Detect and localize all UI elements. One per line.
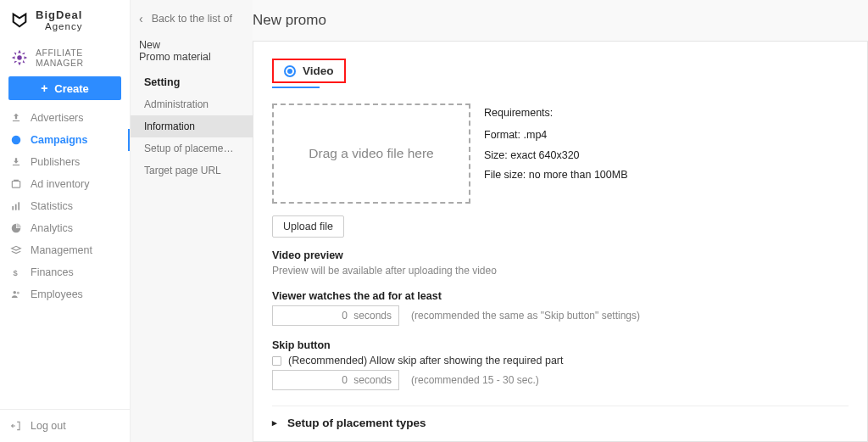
sidebar-item-statistics[interactable]: Statistics	[0, 195, 130, 217]
inventory-icon	[10, 178, 22, 190]
page-title: New promo	[253, 0, 868, 41]
caret-right-icon: ▸	[272, 417, 277, 428]
svg-text:$: $	[14, 269, 19, 277]
svg-rect-4	[13, 165, 19, 165]
plus-icon: +	[41, 81, 47, 95]
skip-checkbox[interactable]	[272, 356, 281, 366]
nav-label: Statistics	[31, 200, 73, 212]
nav-label: Advertisers	[31, 112, 84, 124]
back-button[interactable]: ‹ Back to the list of	[131, 7, 253, 36]
svg-rect-6	[12, 206, 14, 210]
watch-label: Viewer watches the ad for at least	[272, 290, 849, 302]
nav-label: Publishers	[31, 156, 80, 168]
svg-point-3	[14, 138, 18, 142]
svg-rect-5	[12, 182, 19, 188]
nav-label: Campaigns	[31, 134, 87, 146]
sidebar-item-employees[interactable]: Employees	[0, 283, 130, 305]
role-label: AFFILIATE MANAGER	[36, 48, 120, 68]
users-icon	[10, 288, 22, 300]
tab-label: Video	[303, 64, 334, 77]
skip-value: 0	[342, 374, 348, 386]
requirements-head: Requirements:	[484, 104, 628, 124]
svg-rect-8	[18, 202, 19, 210]
skip-seconds-input[interactable]: 0 seconds	[272, 370, 399, 390]
skip-unit: seconds	[353, 374, 392, 386]
nav-label: Employees	[31, 288, 83, 300]
layers-icon	[10, 244, 22, 256]
tab-underline	[272, 87, 320, 88]
accordion-setup-placement[interactable]: ▸ Setup of placement types	[272, 417, 849, 429]
brand-line2: Agency	[36, 21, 82, 32]
role-row: AFFILIATE MANAGER	[0, 41, 130, 76]
video-preview-hint: Preview will be available after uploadin…	[272, 265, 849, 277]
nav-label: Finances	[31, 266, 74, 278]
accordion-label: Setup of placement types	[287, 417, 426, 429]
sidebar-item-ad-inventory[interactable]: Ad inventory	[0, 173, 130, 195]
upload-icon	[10, 112, 22, 124]
watch-hint: (recommended the same as "Skip button" s…	[411, 310, 640, 322]
skip-checkbox-label: (Recommended) Allow skip after showing t…	[288, 355, 563, 366]
nav-label: Analytics	[31, 222, 73, 234]
sidebar-item-finances[interactable]: $ Finances	[0, 261, 130, 283]
svg-point-11	[17, 292, 19, 294]
panel-item-setup-placement[interactable]: Setup of placement t...	[131, 137, 253, 159]
dropzone-label: Drag a video file here	[309, 146, 433, 161]
create-button[interactable]: + Create	[8, 76, 121, 100]
sidebar-item-advertisers[interactable]: Advertisers	[0, 107, 130, 129]
sidebar-item-analytics[interactable]: Analytics	[0, 217, 130, 239]
svg-point-0	[17, 55, 22, 60]
panel-item-target-url[interactable]: Target page URL	[131, 159, 253, 182]
tab-video[interactable]: Video	[272, 59, 346, 83]
requirements-block: Requirements: Format: .mp4 Size: exact 6…	[484, 104, 628, 186]
requirement-line: File size: no more than 100MB	[484, 165, 628, 186]
watch-seconds-input[interactable]: 0 seconds	[272, 305, 399, 326]
download-icon	[10, 156, 22, 168]
requirement-line: Format: .mp4	[484, 126, 628, 146]
sidebar-item-publishers[interactable]: Publishers	[0, 151, 130, 173]
sidebar-item-campaigns[interactable]: Campaigns	[0, 129, 130, 151]
skip-hint: (recommended 15 - 30 sec.)	[411, 374, 539, 386]
back-label: Back to the list of	[152, 13, 232, 25]
nav-label: Management	[31, 244, 92, 256]
logout-button[interactable]: Log out	[0, 410, 130, 442]
video-preview-label: Video preview	[272, 249, 849, 261]
brand-line1: BigDeal	[36, 9, 82, 21]
panel-item-administration[interactable]: Administration	[131, 93, 253, 115]
nav-label: Ad inventory	[31, 178, 89, 190]
panel-title-line1: New	[131, 36, 253, 51]
watch-unit: seconds	[353, 310, 392, 322]
chevron-left-icon: ‹	[139, 12, 143, 25]
divider	[272, 406, 849, 406]
requirement-line: Size: exact 640x320	[484, 146, 628, 166]
video-dropzone[interactable]: Drag a video file here	[272, 104, 470, 204]
brand: BigDeal Agency	[0, 0, 130, 41]
role-avatar-icon	[10, 48, 29, 67]
skip-label: Skip button	[272, 339, 849, 351]
panel-title-line2: Promo material	[131, 51, 253, 71]
brand-logo-icon	[10, 11, 29, 30]
panel-section-head: Setting	[131, 71, 253, 93]
create-label: Create	[54, 82, 88, 95]
svg-point-10	[14, 291, 17, 294]
panel-item-information[interactable]: Information	[131, 115, 253, 137]
sidebar-item-management[interactable]: Management	[0, 239, 130, 261]
logout-label: Log out	[31, 420, 66, 432]
dollar-icon: $	[10, 266, 22, 278]
svg-rect-1	[13, 120, 19, 121]
pie-chart-icon	[10, 222, 22, 234]
svg-rect-7	[15, 204, 17, 210]
upload-file-button[interactable]: Upload file	[272, 215, 344, 238]
watch-value: 0	[342, 310, 348, 322]
target-icon	[10, 134, 22, 146]
logout-icon	[10, 420, 22, 432]
radio-icon	[284, 65, 296, 77]
bar-chart-icon	[10, 200, 22, 212]
